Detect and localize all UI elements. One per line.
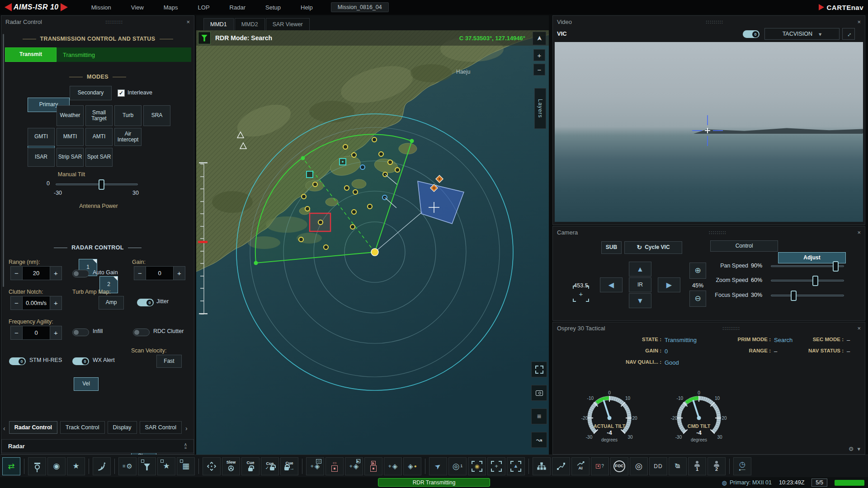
track-video-button[interactable]: ▶+◈ <box>345 457 363 475</box>
foc-button[interactable]: FOC <box>610 457 628 475</box>
chevron-down-icon[interactable]: ▾ <box>857 446 860 452</box>
mode-isar-button[interactable]: ISAR <box>28 148 55 167</box>
tactical-map[interactable]: Haeju <box>196 30 549 455</box>
slew-button[interactable]: Slew <box>222 457 240 475</box>
zoom-in-button[interactable]: ⊕ <box>689 263 706 279</box>
gallery-button[interactable]: ▦ <box>177 457 195 475</box>
bracket-triangle-button[interactable]: ▲ <box>507 457 525 475</box>
zoom-speed-knob[interactable] <box>812 276 818 286</box>
mode-small-target-button[interactable]: Small Target <box>85 105 113 126</box>
mode-turb-button[interactable]: Turb <box>114 105 142 126</box>
close-icon[interactable]: × <box>857 19 861 25</box>
star-filter-button[interactable]: ★ <box>157 457 175 475</box>
cue-check-lock-button[interactable]: Cue✓ <box>261 457 279 475</box>
menu-maps[interactable]: Maps <box>154 0 188 14</box>
tab-sar-viewer[interactable]: SAR Viewer <box>266 18 310 30</box>
drag-handle-icon[interactable]: ::::::::: <box>609 326 854 331</box>
wx-alert-toggle[interactable]: 0 <box>72 357 89 365</box>
drag-handle-icon[interactable]: ::::::::: <box>581 230 854 235</box>
camera-right-button[interactable]: ▶ <box>658 277 680 292</box>
image-capture-button[interactable]: ▭ <box>326 457 344 475</box>
mode-strip-sar-button[interactable]: Strip SAR <box>57 148 84 167</box>
zoom-out-button[interactable]: ⊖ <box>689 291 706 307</box>
mode-amti-button[interactable]: AMTI <box>85 128 113 146</box>
infill-toggle[interactable] <box>72 328 89 336</box>
dd-button[interactable]: DD <box>649 457 667 475</box>
manual-tilt-slider[interactable] <box>56 183 138 185</box>
range-minus-button[interactable]: − <box>10 266 23 280</box>
tabs-scroll-left-icon[interactable]: ‹ <box>2 423 6 434</box>
turb-amp-button[interactable]: Amp <box>99 296 124 310</box>
drag-handle-icon[interactable]: ::::::::: <box>576 19 854 24</box>
mission-tools-button[interactable]: ≡⚙ <box>118 457 137 475</box>
focus-speed-slider[interactable] <box>771 295 844 296</box>
layers-tab[interactable]: Layers <box>534 88 546 129</box>
video-capture-button[interactable]: ▶ <box>364 457 382 475</box>
menu-lop[interactable]: LOP <box>188 0 220 14</box>
track-image-button[interactable]: ▭+◈ <box>306 457 324 475</box>
recording-count[interactable]: 5/5 <box>811 479 827 487</box>
interleave-checkbox[interactable]: ✓ <box>118 89 125 97</box>
satellite-button[interactable] <box>93 457 111 475</box>
operator-1-button[interactable]: 1 <box>688 457 706 475</box>
pan-speed-slider[interactable] <box>771 265 844 267</box>
ownship-center[interactable] <box>371 249 378 256</box>
map-legend-tool-button[interactable]: ≡ <box>531 408 547 424</box>
camera-up-button[interactable]: ▲ <box>629 262 651 277</box>
menu-setup[interactable]: Setup <box>255 0 291 14</box>
compass-button[interactable]: ➤ <box>533 32 546 45</box>
operator-2-button[interactable]: 2 <box>708 457 726 475</box>
secondary-mode-button[interactable]: Secondary <box>70 86 112 100</box>
video-feed[interactable] <box>555 42 863 222</box>
camera-ir-button[interactable]: IR <box>629 277 651 292</box>
camera-control-tab[interactable]: Control <box>710 240 778 252</box>
bracket-circle-button[interactable]: ◉ <box>468 457 486 475</box>
clutter-plus-button[interactable]: + <box>50 296 62 310</box>
mode-gmti-button[interactable]: GMTI <box>28 128 55 146</box>
mode-weather-button[interactable]: Weather <box>57 105 84 126</box>
radar-accordion[interactable]: Radar ∧≡ <box>1 439 194 453</box>
star-button[interactable]: ★ <box>67 457 85 475</box>
video-expand-button[interactable]: ↔ <box>842 28 855 40</box>
cue-lock-next-button[interactable]: Cue→ <box>280 457 298 475</box>
pan-mode-button[interactable] <box>203 457 221 475</box>
mode-sra-button[interactable]: SRA <box>143 105 170 126</box>
jitter-toggle[interactable]: 0 <box>137 299 154 306</box>
clutter-value[interactable]: 0.00m/s <box>23 296 50 310</box>
tab-display[interactable]: Display <box>108 421 137 434</box>
rdr-mode-icon[interactable] <box>198 32 211 44</box>
menu-mission[interactable]: Mission <box>81 0 121 14</box>
sub-button[interactable]: SUB <box>601 241 622 254</box>
video-source-select[interactable]: TACVISION▾ <box>764 28 840 40</box>
pan-speed-knob[interactable] <box>833 261 839 272</box>
camera-panel-header[interactable]: Camera ::::::::: × <box>553 226 865 238</box>
close-icon[interactable]: × <box>186 19 190 25</box>
range-value[interactable]: 20 <box>23 266 50 280</box>
map-route-tool-button[interactable]: ↝ <box>531 432 547 448</box>
track-pair-button[interactable]: ◈● <box>403 457 421 475</box>
mode-spot-sar-button[interactable]: Spot SAR <box>85 148 113 167</box>
map-snapshot-tool-button[interactable] <box>531 385 547 401</box>
menu-help[interactable]: Help <box>291 0 323 14</box>
map-zoom-in-button[interactable]: + <box>533 49 545 61</box>
cycle-vic-button[interactable]: ↻Cycle VIC <box>624 241 682 254</box>
camera-down-button[interactable]: ▼ <box>629 293 651 308</box>
route-swap-button[interactable]: ⇄ <box>2 457 20 475</box>
hierarchy-button[interactable] <box>533 457 551 475</box>
tab-track-control[interactable]: Track Control <box>60 421 105 434</box>
scan-fast-button[interactable]: Fast <box>156 355 182 368</box>
route-ai-button[interactable]: AI <box>571 457 590 475</box>
cue-lock-button[interactable]: Cue <box>241 457 259 475</box>
transmit-button[interactable]: Transmit <box>5 47 57 62</box>
video-panel-header[interactable]: Video ::::::::: × <box>553 16 865 28</box>
mode-mmti-button[interactable]: MMTI <box>57 128 84 146</box>
mode-air-intercept-button[interactable]: Air Intercept <box>114 128 142 146</box>
clutter-minus-button[interactable]: − <box>10 296 23 310</box>
concentric-button[interactable]: ◎ <box>630 457 648 475</box>
tab-radar-control[interactable]: Radar Control <box>9 421 57 434</box>
gear-icon[interactable]: ⚙ <box>849 446 854 452</box>
osprey-panel-header[interactable]: Osprey 30 Tactical ::::::::: × <box>553 322 865 334</box>
gain-minus-button[interactable]: − <box>134 266 146 280</box>
query-point-button[interactable]: ? <box>591 457 609 475</box>
nav-direction-button[interactable]: ➤ <box>429 457 447 475</box>
